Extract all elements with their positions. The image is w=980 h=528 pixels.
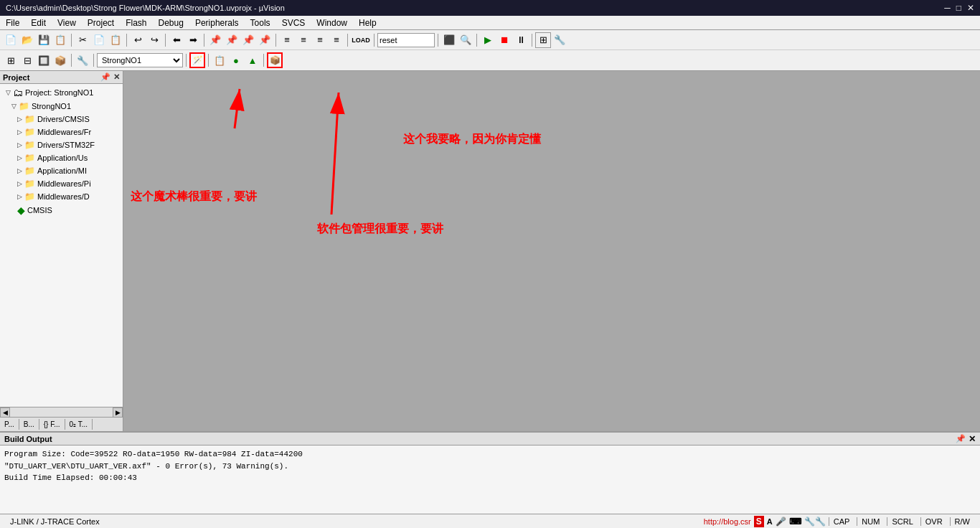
tb-copy[interactable]: 📄 xyxy=(91,32,107,48)
tb-btn-h[interactable]: ≡ xyxy=(329,32,344,48)
tree-item-project[interactable]: ▽ 🗂 Project: StrongNO1 xyxy=(0,85,123,100)
tb-btn-e[interactable]: ≡ xyxy=(279,32,295,48)
tb-sep2 xyxy=(126,34,127,47)
tb-nav-fwd[interactable]: ➡ xyxy=(185,32,201,48)
menu-file[interactable]: File xyxy=(0,16,25,29)
status-right: http://blog.csr S A 🎤 ⌨ 🔧🔧 CAP NUM SCRL … xyxy=(704,516,974,527)
tb2-btn-h[interactable]: ▲ xyxy=(245,52,260,68)
menu-debug[interactable]: Debug xyxy=(153,16,189,29)
tb-nav-back[interactable]: ⬅ xyxy=(169,32,184,48)
tb2-btn-g[interactable]: ● xyxy=(228,52,244,68)
logo-s: S xyxy=(754,516,764,527)
folder-icon: 📁 xyxy=(24,166,35,176)
tb-btn-a[interactable]: 📌 xyxy=(207,32,223,48)
build-output-panel: Build Output 📌 ✕ Program Size: Code=3952… xyxy=(0,431,980,514)
tb-sep5 xyxy=(275,34,276,47)
tab-project[interactable]: P... xyxy=(0,419,19,430)
tree-item-application-us[interactable]: ▷ 📁 Application/Us xyxy=(0,151,123,164)
tab-functions[interactable]: {} F... xyxy=(39,419,65,430)
tab-templates[interactable]: 0₂ T... xyxy=(65,419,93,430)
package-installer-button[interactable]: 📦 xyxy=(267,52,283,68)
build-output-controls: 📌 ✕ xyxy=(956,434,976,444)
menu-tools[interactable]: Tools xyxy=(245,16,276,29)
tree-item-middlewares-fr[interactable]: ▷ 📁 Middlewares/Fr xyxy=(0,126,123,138)
tb2-btn-a[interactable]: ⊞ xyxy=(3,52,19,68)
tab-books[interactable]: B... xyxy=(19,419,39,430)
project-tree: ▽ 🗂 Project: StrongNO1 ▽ 📁 StrongNO1 ▷ 📁… xyxy=(0,84,123,407)
tb-btn-g[interactable]: ≡ xyxy=(312,32,328,48)
tb-paste[interactable]: 📋 xyxy=(108,32,123,48)
close-button[interactable]: ✕ xyxy=(967,3,974,13)
panel-controls: 📌 ✕ xyxy=(100,72,120,82)
tree-label: Middlewares/Pi xyxy=(37,179,91,188)
folder-icon: 📁 xyxy=(24,153,35,163)
tb-save[interactable]: 💾 xyxy=(36,32,52,48)
target-select[interactable]: StrongNO1 xyxy=(97,53,183,67)
menu-flash[interactable]: Flash xyxy=(120,16,152,29)
window-title: C:\Users\admin\Desktop\Strong Flower\MDK… xyxy=(6,4,944,12)
maximize-button[interactable]: □ xyxy=(956,3,961,13)
tb2-btn-b[interactable]: ⊟ xyxy=(19,52,35,68)
tb-run[interactable]: ▶ xyxy=(480,32,496,48)
tree-item-middlewares-pi[interactable]: ▷ 📁 Middlewares/Pi xyxy=(0,177,123,190)
tree-label: Application/MI xyxy=(37,166,87,175)
tb-btn-d[interactable]: 📌 xyxy=(257,32,273,48)
tree-item-cmsis[interactable]: ◆ CMSIS xyxy=(0,203,123,217)
menu-edit[interactable]: Edit xyxy=(25,16,52,29)
folder-icon: 📁 xyxy=(24,140,35,150)
menu-view[interactable]: View xyxy=(52,16,82,29)
tb-open[interactable]: 📂 xyxy=(19,32,35,48)
magic-wand-button[interactable]: 🪄 xyxy=(189,52,205,68)
tb-btn-c[interactable]: 📌 xyxy=(240,32,256,48)
tb-redo[interactable]: ↪ xyxy=(146,32,162,48)
panel-pin-icon[interactable]: 📌 xyxy=(100,72,110,82)
logo-mic: 🎤 xyxy=(776,517,786,527)
menu-project[interactable]: Project xyxy=(82,16,120,29)
tb-saveall[interactable]: 📋 xyxy=(52,32,68,48)
tb-btn-b[interactable]: 📌 xyxy=(224,32,240,48)
tb-stop[interactable]: ⏹ xyxy=(496,32,512,48)
svg-line-2 xyxy=(331,93,339,214)
tree-item-drivers-cmsis[interactable]: ▷ 📁 Drivers/CMSIS xyxy=(0,113,123,126)
menu-help[interactable]: Help xyxy=(353,16,382,29)
tb-btn-j[interactable]: 🔍 xyxy=(458,32,473,48)
bo-pin-icon[interactable]: 📌 xyxy=(956,434,966,443)
tb2-sep1 xyxy=(71,54,72,67)
bo-close-icon[interactable]: ✕ xyxy=(969,434,976,444)
minimize-button[interactable]: ─ xyxy=(944,3,951,13)
tb-window-layout[interactable]: ⊞ xyxy=(535,32,551,48)
tb2-btn-e[interactable]: 🔧 xyxy=(75,52,90,68)
scroll-right[interactable]: ▶ xyxy=(113,407,123,418)
tree-item-strongno1[interactable]: ▽ 📁 StrongNO1 xyxy=(0,100,123,113)
annotations-svg xyxy=(123,71,980,431)
tb-sep1 xyxy=(71,34,72,47)
tree-item-middlewares-d[interactable]: ▷ 📁 Middlewares/D xyxy=(0,190,123,203)
tb2-btn-f[interactable]: 📋 xyxy=(212,52,227,68)
tb-new[interactable]: 📄 xyxy=(3,32,19,48)
rw-indicator: R/W xyxy=(950,517,974,526)
tb-btn-i[interactable]: ⬛ xyxy=(441,32,457,48)
panel-close-icon[interactable]: ✕ xyxy=(113,72,120,82)
menu-window[interactable]: Window xyxy=(311,16,353,29)
tb-undo[interactable]: ↩ xyxy=(130,32,146,48)
tree-item-application-mi[interactable]: ▷ 📁 Application/MI xyxy=(0,164,123,177)
tb2-sep5 xyxy=(263,54,264,67)
tb2-btn-c[interactable]: 🔲 xyxy=(36,52,52,68)
tb2-btn-d[interactable]: 📦 xyxy=(52,52,68,68)
website-link: http://blog.csr xyxy=(704,517,751,526)
tb-settings[interactable]: 🔧 xyxy=(552,32,567,48)
menu-svcs[interactable]: SVCS xyxy=(276,16,311,29)
tb-btn-f[interactable]: ≡ xyxy=(296,32,311,48)
tb-btn-load[interactable]: LOAD xyxy=(351,32,371,48)
tree-item-drivers-stm32f[interactable]: ▷ 📁 Drivers/STM32F xyxy=(0,138,123,151)
tb-cut[interactable]: ✂ xyxy=(75,32,90,48)
tree-label: Middlewares/D xyxy=(37,192,90,201)
tb2-sep3 xyxy=(186,54,187,67)
scroll-left[interactable]: ◀ xyxy=(0,407,10,418)
annotation-text3: 软件包管理很重要，要讲 xyxy=(317,222,443,237)
jlink-status: J-LINK / J-TRACE Cortex xyxy=(6,517,104,526)
build-line-2: "DTU_UART_VER\DTU_UART_VER.axf" - 0 Erro… xyxy=(4,461,976,473)
tb-step[interactable]: ⏸ xyxy=(513,32,529,48)
debug-target-input[interactable] xyxy=(377,33,435,47)
menu-peripherals[interactable]: Peripherals xyxy=(189,16,245,29)
